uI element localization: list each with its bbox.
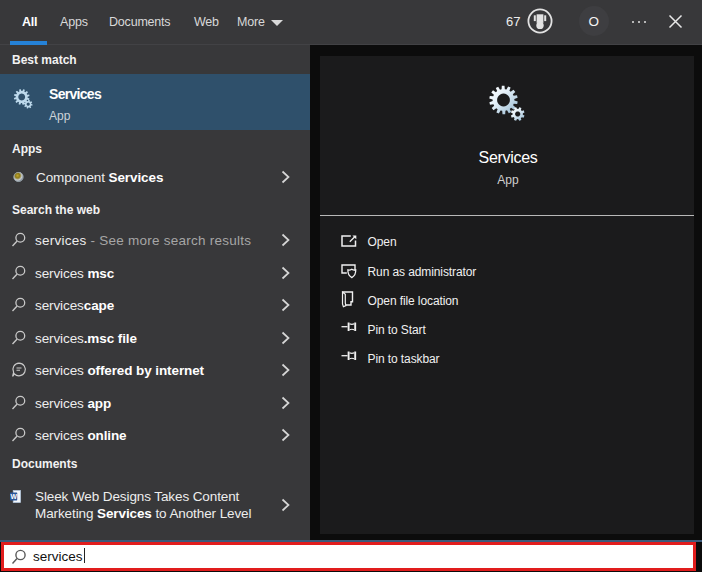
svg-text:W: W [10, 493, 17, 500]
